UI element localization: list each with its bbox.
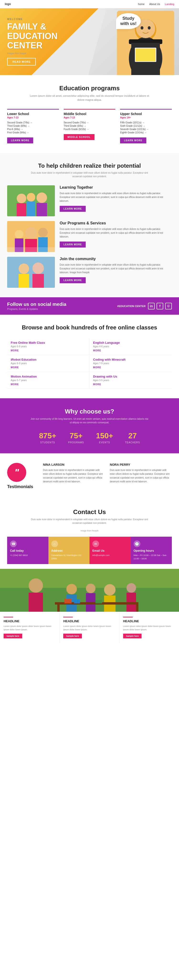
hero-title: FAMILY & EDUCATION CENTER [7, 22, 58, 50]
footer-col-1-btn[interactable]: Sample here [63, 634, 82, 638]
svg-point-19 [25, 227, 37, 239]
class-4-more-btn[interactable]: MORE [11, 383, 86, 386]
svg-point-23 [38, 228, 48, 237]
stats-row: 875+ STUDENTS 75+ PROGRAMS 150+ EVENTS 2… [7, 431, 172, 444]
svg-rect-17 [7, 185, 55, 216]
education-programs-grid: Lower School Ages 7-13 Second Grade (7/6… [7, 109, 172, 143]
edu-lower-item-2: Pre-K (9/6s) → [7, 128, 59, 130]
contact-box-0-info: +1 (234) 567-8910 [10, 554, 28, 557]
edu-middle-btn[interactable]: MIDDLE SCHOOL [64, 134, 94, 140]
edu-upper-age: Ages 14+ [120, 116, 172, 119]
stat-1: 75+ PROGRAMS [68, 431, 84, 444]
class-5-age: Ages 3-5 years [93, 379, 168, 382]
help-item-0-title: Learning Together [60, 185, 172, 189]
instagram-icon[interactable]: © [165, 303, 172, 309]
edu-middle-title: Middle School [64, 112, 115, 116]
class-2-title: iRobot Education [11, 358, 86, 361]
class-1-age: Ages 4-6 years [93, 345, 168, 348]
contact-box-3: 🕐 Opening hours Mon – Fri 10:00 – 22:00 … [131, 537, 172, 564]
testimonials-quote-icon: " [7, 463, 26, 482]
edu-col-lower: Lower School Ages 7-13 Second Grade (7/6… [7, 109, 59, 143]
class-0-title: Free Online Math Class [11, 341, 86, 344]
contact-boxes: ☎ Call today +1 (234) 567-8910 ⌂ Address… [7, 537, 172, 564]
class-4-title: Motion Animation [11, 375, 86, 378]
address-icon: ⌂ [51, 541, 58, 547]
help-text-0: Learning Together Duis aute irure dolor … [60, 185, 172, 212]
footer-headlines: HEADLINE Lorem ipsum dolor ipsum dolor l… [0, 612, 179, 643]
hero-bubble: Study with us! [116, 13, 141, 29]
testimonial-1-body: Duis aute irure dolor in reprehenderit i… [110, 468, 172, 484]
contact-box-2-title: Email Us [93, 549, 104, 552]
hero-welcome: WELCOME [7, 18, 58, 21]
class-item-4: Motion Animation Ages 5-7 years MORE [7, 372, 90, 389]
testimonial-0-body: Duis aute irure dolor in reprehenderit i… [43, 468, 105, 484]
edu-lower-age: Ages 7-13 [7, 116, 59, 119]
nav-landing[interactable]: Landing [165, 3, 174, 5]
help-text-1: Our Programs & Services Duis aute irure … [60, 221, 172, 248]
class-3-age: Ages 7-9 years [93, 362, 168, 365]
help-img-1 [7, 221, 55, 252]
help-item-2-btn[interactable]: LEARN MORE [60, 277, 86, 283]
facebook-icon[interactable]: f [157, 303, 163, 309]
stat-2: 150+ EVENTS [96, 431, 113, 444]
class-5-more-btn[interactable]: MORE [93, 383, 168, 386]
svg-point-21 [15, 230, 23, 239]
help-row-0: Learning Together Duis aute irure dolor … [7, 185, 172, 216]
social-icons-group: in f © [148, 303, 172, 309]
testimonial-1: NORA PERRY Duis aute irure dolor in repr… [110, 463, 172, 484]
footer-col-0-btn[interactable]: Sample here [3, 634, 22, 638]
nav-links: home About Us Landing [138, 3, 174, 5]
footer-col-1-title: HEADLINE [63, 619, 115, 623]
help-item-1-body: Duis aute irure dolor in reprehenderit i… [60, 227, 172, 239]
footer-col-0: HEADLINE Lorem ipsum dolor ipsum dolor l… [0, 612, 60, 643]
help-title: To help children realize their potential [7, 162, 172, 169]
nav-about[interactable]: About Us [149, 3, 160, 5]
browse-title: Browse and book hundreds of free online … [7, 324, 172, 331]
nav-home[interactable]: home [138, 3, 145, 5]
stat-2-label: EVENTS [96, 441, 113, 444]
edu-lower-item-0: Second Grade (7/6s) → [7, 121, 59, 124]
edu-lower-btn[interactable]: LEARN MORE [7, 137, 33, 143]
stat-3-label: TEACHERS [125, 441, 140, 444]
testimonial-0: NINA LARSON Duis aute irure dolor in rep… [43, 463, 105, 484]
class-1-more-btn[interactable]: MORE [93, 349, 168, 352]
bottom-photo [0, 569, 179, 612]
footer-col-2-title: HEADLINE [123, 619, 176, 623]
testimonial-0-name: NINA LARSON [43, 463, 105, 466]
class-2-more-btn[interactable]: MORE [11, 366, 86, 369]
contact-source: Image from freepik [7, 530, 172, 532]
svg-point-4 [141, 26, 144, 30]
hero-section: WELCOME FAMILY & EDUCATION CENTER Images… [0, 8, 179, 75]
footer-col-1: HEADLINE Lorem ipsum dolor ipsum dolor l… [60, 612, 119, 643]
browse-classes-section: Browse and book hundreds of free online … [0, 315, 179, 398]
svg-rect-31 [7, 257, 55, 288]
hero-read-more-button[interactable]: READ MORE [7, 58, 36, 65]
edu-upper-btn[interactable]: LEARN MORE [120, 137, 146, 143]
contact-subtitle: Duis aute irure dolor in reprehenderit i… [30, 518, 149, 525]
class-3-more-btn[interactable]: MORE [93, 366, 168, 369]
education-programs-title: Education programs [7, 84, 172, 92]
clock-icon: 🕐 [134, 541, 140, 547]
class-0-more-btn[interactable]: MORE [11, 349, 86, 352]
testimonials-cards: NINA LARSON Duis aute irure dolor in rep… [43, 463, 172, 484]
edu-middle-item-0: Second Grade (7/6s) → [64, 121, 115, 124]
stat-2-number: 150+ [96, 431, 113, 440]
help-item-1-btn[interactable]: LEARN MORE [60, 242, 86, 248]
help-item-0-btn[interactable]: LEARN MORE [60, 206, 86, 212]
contact-box-2-info: info@sample.com [93, 554, 110, 557]
testimonials-section: " Testimonials NINA LARSON Duis aute iru… [0, 453, 179, 499]
footer-col-2-btn[interactable]: Sample here [123, 634, 142, 638]
edu-lower-item-3: First Grade (9/6s) → [7, 131, 59, 134]
testimonial-1-name: NORA PERRY [110, 463, 172, 466]
linkedin-icon[interactable]: in [148, 303, 155, 309]
hero-content: WELCOME FAMILY & EDUCATION CENTER Images… [7, 18, 58, 65]
class-0-age: Ages 6-9 years [11, 345, 86, 348]
contact-box-1-title: Address [51, 549, 63, 552]
help-children-section: To help children realize their potential… [0, 153, 179, 297]
help-subtitle: Duis aute irure dolor in reprehenderit i… [30, 171, 149, 178]
footer-col-1-body: Lorem ipsum dolor ipsum dolor lorem ipsu… [63, 625, 115, 631]
contact-box-1: ⌂ Address Somewhere St, Washington DC 23… [48, 537, 90, 564]
help-item-2-body: Duis aute irure dolor in reprehenderit i… [60, 263, 172, 274]
education-programs-section: Education programs Lorem ipsum dolor sit… [0, 75, 179, 153]
hero-bubble-text: Study with us! [120, 16, 136, 26]
